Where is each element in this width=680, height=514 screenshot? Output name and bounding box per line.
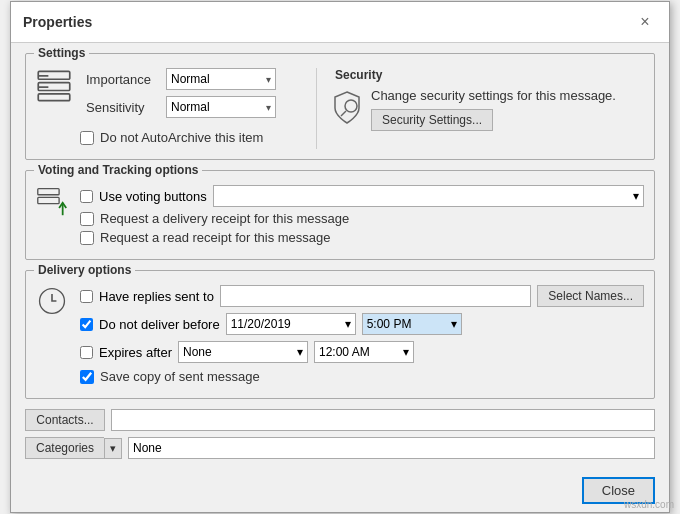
do-not-deliver-label: Do not deliver before [99,317,220,332]
have-replies-row: Have replies sent to Select Names... [80,285,644,307]
svg-point-5 [345,100,357,112]
sensitivity-select[interactable]: Normal ▾ [166,96,276,118]
delivery-section: Delivery options Have replies sent to Se… [25,270,655,399]
voting-icon-svg [36,185,68,217]
watermark: wsxdn.com [624,499,674,510]
contacts-row: Contacts... [25,409,655,431]
contacts-button[interactable]: Contacts... [25,409,105,431]
save-copy-row: Save copy of sent message [80,369,644,384]
settings-icon [36,68,72,104]
use-voting-label: Use voting buttons [99,189,207,204]
security-details: Change security settings for this messag… [371,88,616,131]
save-copy-label: Save copy of sent message [100,369,260,384]
settings-icon-svg [36,68,72,104]
voting-content: Use voting buttons ▾ Request a delivery … [36,185,644,249]
voting-dropdown-arrow: ▾ [633,189,639,203]
settings-section: Settings [25,53,655,160]
voting-dropdown[interactable]: ▾ [213,185,644,207]
voting-icon [36,185,72,221]
delivery-content: Have replies sent to Select Names... Do … [36,285,644,388]
delivery-fields: Have replies sent to Select Names... Do … [80,285,644,388]
dialog-content: Settings [11,43,669,469]
use-voting-row: Use voting buttons ▾ [80,185,644,207]
security-content: Change security settings for this messag… [331,88,644,131]
autoarchive-label: Do not AutoArchive this item [100,130,263,145]
have-replies-checkbox[interactable] [80,290,93,303]
security-legend: Security [331,68,644,82]
settings-security-row: Importance Normal ▾ Sensitivity Normal [36,68,644,149]
sensitivity-label: Sensitivity [86,100,166,115]
importance-select[interactable]: Normal ▾ [166,68,276,90]
delivery-receipt-row: Request a delivery receipt for this mess… [80,211,644,226]
svg-line-6 [341,111,346,116]
security-settings-button[interactable]: Security Settings... [371,109,493,131]
voting-legend: Voting and Tracking options [34,163,202,177]
settings-legend: Settings [34,46,89,60]
svg-rect-7 [38,189,59,195]
title-bar: Properties × [11,2,669,43]
do-not-deliver-date-select[interactable]: 11/20/2019 ▾ [226,313,356,335]
importance-arrow: ▾ [266,74,271,85]
security-section: Security Change security settings for th… [316,68,644,149]
do-not-deliver-row: Do not deliver before 11/20/2019 ▾ 5:00 … [80,313,644,335]
expires-date-select[interactable]: None ▾ [178,341,308,363]
voting-checkboxes: Use voting buttons ▾ Request a delivery … [80,185,644,249]
delivery-icon [36,285,72,321]
do-not-deliver-time-select[interactable]: 5:00 PM ▾ [362,313,462,335]
title-close-button[interactable]: × [633,10,657,34]
sensitivity-row: Sensitivity Normal ▾ [86,96,276,118]
dialog-footer: Close [11,469,669,512]
delivery-receipt-label: Request a delivery receipt for this mess… [100,211,349,226]
importance-row: Importance Normal ▾ [86,68,276,90]
svg-rect-4 [38,94,70,101]
voting-section: Voting and Tracking options Use voting b… [25,170,655,260]
categories-btn-group: Categories ▾ [25,437,122,459]
have-replies-input[interactable] [220,285,531,307]
expires-after-label: Expires after [99,345,172,360]
categories-row: Categories ▾ [25,437,655,459]
sensitivity-arrow: ▾ [266,102,271,113]
read-receipt-checkbox[interactable] [80,231,94,245]
autoarchive-checkbox[interactable] [80,131,94,145]
delivery-legend: Delivery options [34,263,135,277]
read-receipt-row: Request a read receipt for this message [80,230,644,245]
expires-after-row: Expires after None ▾ 12:00 AM ▾ [80,341,644,363]
security-description: Change security settings for this messag… [371,88,616,103]
settings-fields: Importance Normal ▾ Sensitivity Normal [86,68,276,124]
categories-input[interactable] [128,437,655,459]
use-voting-checkbox[interactable] [80,190,93,203]
contacts-input[interactable] [111,409,655,431]
svg-rect-8 [38,197,59,203]
do-not-deliver-checkbox[interactable] [80,318,93,331]
expires-after-checkbox[interactable] [80,346,93,359]
delivery-receipt-checkbox[interactable] [80,212,94,226]
categories-button[interactable]: Categories [25,437,104,459]
dialog-title: Properties [23,14,92,30]
categories-dropdown-button[interactable]: ▾ [104,438,122,459]
read-receipt-label: Request a read receipt for this message [100,230,331,245]
bottom-rows: Contacts... Categories ▾ [25,409,655,459]
select-names-button[interactable]: Select Names... [537,285,644,307]
delivery-icon-svg [36,285,68,317]
security-icon [331,90,363,129]
settings-left: Importance Normal ▾ Sensitivity Normal [36,68,296,149]
have-replies-label: Have replies sent to [99,289,214,304]
security-icon-svg [331,90,363,126]
save-copy-checkbox[interactable] [80,370,94,384]
importance-label: Importance [86,72,166,87]
expires-time-select[interactable]: 12:00 AM ▾ [314,341,414,363]
autoarchive-row: Do not AutoArchive this item [80,130,296,145]
properties-dialog: Properties × Settings [10,1,670,513]
